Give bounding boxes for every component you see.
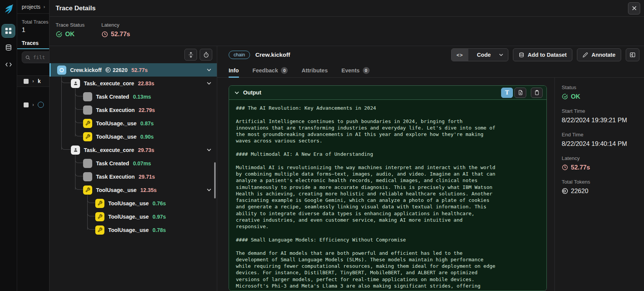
tree-row-task-created[interactable]: Task Created 0.07ms <box>50 157 217 170</box>
breadcrumb[interactable]: projects › <box>17 0 49 14</box>
output-section: Output T <box>229 85 547 291</box>
stopwatch-icon <box>203 52 209 58</box>
status-label: Status <box>562 85 644 90</box>
chevron-down-icon[interactable] <box>207 67 211 72</box>
select-all-checkbox[interactable] <box>24 79 29 84</box>
breadcrumb-projects[interactable]: projects <box>22 4 40 10</box>
tree-row-toolusage[interactable]: ToolUsage._use 0.87s <box>50 117 217 130</box>
tab-traces[interactable]: Traces <box>22 40 49 46</box>
output-title: Output <box>243 90 261 96</box>
trace-status-label: Trace Status <box>56 22 85 28</box>
annotate-button[interactable]: Annotate <box>577 48 621 61</box>
tool-wrench-icon <box>83 185 92 195</box>
code-dropdown-button[interactable]: <> Code <box>451 48 508 61</box>
code-icon <box>5 61 12 68</box>
tree-row-task-execute-core[interactable]: Task._execute_core 22.83s <box>50 77 217 90</box>
chevron-down-icon <box>499 53 508 57</box>
span-kind-badge: chain <box>229 51 250 59</box>
start-time-value: 8/22/2024 19:39:21 PM <box>562 117 644 124</box>
check-circle-icon <box>56 31 62 38</box>
token-count: 22620 <box>105 67 128 73</box>
nav-projects-grid[interactable] <box>2 24 15 37</box>
trace-filter-box[interactable] <box>22 51 50 63</box>
nav-datasets[interactable] <box>2 41 15 54</box>
start-time-label: Start Time <box>562 108 644 114</box>
table-header-kind: k <box>38 78 41 84</box>
close-icon <box>632 6 637 11</box>
total-traces-label: Total Traces <box>22 19 49 25</box>
tree-row-task-execution[interactable]: Task Execution 22.79s <box>50 103 217 117</box>
span-tree-panel: Crew.kickoff 22620 52.77s <box>50 46 217 291</box>
traces-table-header-row: › k <box>17 75 50 87</box>
tool-wrench-icon <box>83 132 92 141</box>
projects-page-column: projects › Total Traces 1 Traces › k › <box>17 0 50 291</box>
trace-filter-input[interactable] <box>33 54 50 60</box>
total-traces-value: 1 <box>22 26 49 34</box>
timing-toggle-button[interactable] <box>200 49 212 61</box>
chevron-down-icon[interactable] <box>207 147 211 152</box>
end-time-label: End Time <box>562 132 644 138</box>
clock-icon <box>562 164 568 171</box>
trace-status-block: Trace Status OK <box>56 22 85 46</box>
event-icon <box>83 172 92 181</box>
tree-row-toolusage[interactable]: ToolUsage._use 0.97s <box>50 210 217 223</box>
close-button[interactable] <box>628 2 640 14</box>
nav-playground[interactable] <box>2 58 15 71</box>
trace-table-row[interactable]: › <box>17 99 50 110</box>
app-root: projects › Total Traces 1 Traces › k › <box>0 0 644 291</box>
projects-grid-icon <box>5 27 12 34</box>
toggle-sidebar-button[interactable] <box>626 48 639 61</box>
tool-wrench-icon <box>95 199 104 208</box>
latency-value: 52.77s <box>571 164 590 171</box>
phoenix-logo[interactable] <box>3 4 14 16</box>
tool-wrench-icon <box>95 212 104 221</box>
tree-row-task-execute-core[interactable]: Task._execute_core 29.73s <box>50 143 217 157</box>
output-header[interactable]: Output T <box>229 86 546 100</box>
code-icon: <> <box>452 49 468 61</box>
chevron-down-icon[interactable] <box>207 187 211 192</box>
tree-row-task-created[interactable]: Task Created 0.13ms <box>50 90 217 103</box>
expand-collapse-all-button[interactable] <box>184 49 197 61</box>
tab-info[interactable]: Info <box>229 64 239 77</box>
trace-status-value: OK <box>65 30 75 38</box>
span-details-sidebar: Status OK Start Time 8/22/2024 19:39:21 … <box>554 78 644 291</box>
tree-scrollbar[interactable] <box>214 162 216 198</box>
tab-attributes[interactable]: Attributes <box>301 64 327 77</box>
tool-wrench-icon <box>95 225 104 235</box>
tree-row-crew-kickoff[interactable]: Crew.kickoff 22620 52.77s <box>50 63 217 77</box>
end-time-value: 8/22/2024 19:40:14 PM <box>562 140 644 147</box>
tree-row-toolusage[interactable]: ToolUsage._use 12.35s <box>50 183 217 197</box>
tree-row-toolusage[interactable]: ToolUsage._use 0.78s <box>50 223 217 237</box>
tool-wrench-icon <box>83 119 92 128</box>
copy-button[interactable] <box>531 88 543 98</box>
trace-latency-block: Latency 52.77s <box>101 22 130 46</box>
tree-row-toolusage[interactable]: ToolUsage._use 0.90s <box>50 130 217 143</box>
text-view-button[interactable]: T <box>501 88 513 98</box>
output-text: ### The AI Revolution: Key Advancements … <box>229 100 546 291</box>
chevron-down-icon <box>234 90 239 95</box>
dialog-title: Trace Details <box>56 5 96 12</box>
event-icon <box>83 92 92 101</box>
tokens-icon <box>105 67 111 73</box>
span-detail-panel: chain Crew.kickoff <> Code <box>217 46 644 291</box>
row-checkbox[interactable] <box>24 102 29 107</box>
total-tokens-label: Total Tokens <box>562 179 644 185</box>
tab-events[interactable]: Events 0 <box>341 64 370 77</box>
add-to-dataset-button[interactable]: Add to Dataset <box>513 48 572 61</box>
chevron-down-icon[interactable] <box>207 81 211 86</box>
left-nav-rail <box>0 0 17 291</box>
trace-summary-bar: Trace Status OK Latency 52.77s <box>50 17 644 46</box>
tab-feedback[interactable]: Feedback 0 <box>253 64 288 77</box>
check-circle-icon <box>562 93 568 100</box>
latency-label: Latency <box>562 155 644 161</box>
tree-row-task-execution[interactable]: Task Execution 29.71s <box>50 170 217 183</box>
events-count-badge: 0 <box>363 67 370 74</box>
markdown-view-button[interactable] <box>514 88 526 98</box>
tree-row-toolusage[interactable]: ToolUsage._use 0.76s <box>50 197 217 210</box>
expander-chevron-icon[interactable]: › <box>32 78 34 84</box>
chain-icon <box>57 66 66 75</box>
document-icon <box>518 90 523 95</box>
expander-chevron-icon[interactable]: › <box>32 102 34 107</box>
span-header: chain Crew.kickoff <> Code <box>217 46 644 64</box>
panel-toggle-icon <box>630 52 636 58</box>
